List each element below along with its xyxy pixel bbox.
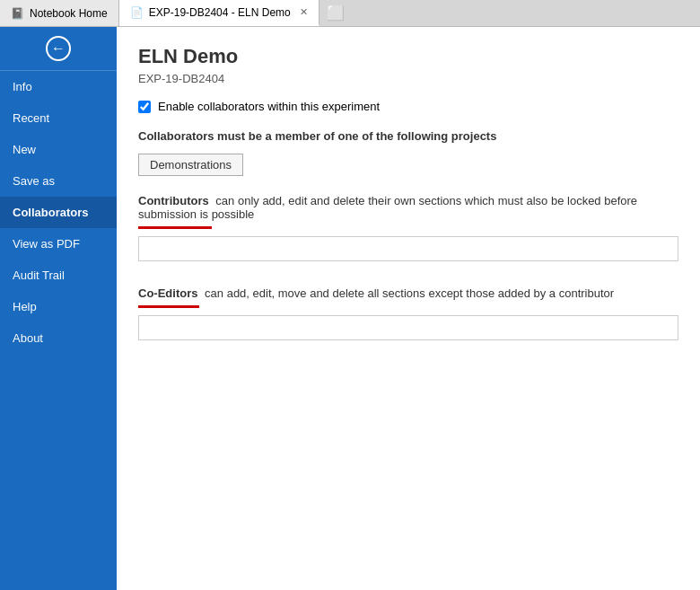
tab-bar: 📓 Notebook Home 📄 EXP-19-DB2404 - ELN De… xyxy=(0,0,700,27)
tab-exp-close[interactable]: ✕ xyxy=(300,6,308,18)
sidebar-item-recent[interactable]: Recent xyxy=(0,102,117,134)
sidebar-item-new[interactable]: New xyxy=(0,134,117,165)
exp-title: ELN Demo xyxy=(138,45,678,68)
sidebar-item-help[interactable]: Help xyxy=(0,291,117,322)
contributors-input[interactable] xyxy=(138,236,678,261)
contributors-label: Contributors xyxy=(138,194,209,207)
tab-notebook-home[interactable]: 📓 Notebook Home xyxy=(0,0,119,26)
co-editors-input[interactable] xyxy=(138,315,678,340)
co-editors-underline xyxy=(138,305,199,308)
contributors-header-row: Contributors can only add, edit and dele… xyxy=(138,194,678,221)
co-editors-section: Co-Editors can add, edit, move and delet… xyxy=(138,286,678,340)
sidebar-item-view-as-pdf[interactable]: View as PDF xyxy=(0,228,117,260)
enable-collaborators-row: Enable collaborators within this experim… xyxy=(138,100,678,113)
sidebar-item-save-as[interactable]: Save as xyxy=(0,165,117,197)
enable-collaborators-checkbox[interactable] xyxy=(138,101,151,113)
new-tab-button[interactable]: ⬜ xyxy=(319,0,352,26)
contributors-description: can only add, edit and delete their own … xyxy=(138,194,637,221)
co-editors-label: Co-Editors xyxy=(138,286,197,300)
tab-exp[interactable]: 📄 EXP-19-DB2404 - ELN Demo ✕ xyxy=(119,0,319,26)
co-editors-header-row: Co-Editors can add, edit, move and delet… xyxy=(138,286,678,300)
sidebar: ← Info Recent New Save as Collaborators … xyxy=(0,27,117,590)
main-layout: ← Info Recent New Save as Collaborators … xyxy=(0,27,700,590)
contributors-section: Contributors can only add, edit and dele… xyxy=(138,194,678,261)
sidebar-item-audit-trail[interactable]: Audit Trail xyxy=(0,260,117,291)
notebook-home-icon: 📓 xyxy=(11,7,24,20)
back-button[interactable]: ← xyxy=(46,36,71,61)
collaborators-heading: Collaborators must be a member of one of… xyxy=(138,129,678,143)
contributors-underline xyxy=(138,226,212,229)
project-tag-demonstrations[interactable]: Demonstrations xyxy=(138,154,243,176)
sidebar-back: ← xyxy=(0,27,117,71)
new-tab-icon: ⬜ xyxy=(327,4,345,22)
co-editors-description: can add, edit, move and delete all secti… xyxy=(205,286,614,300)
exp-id: EXP-19-DB2404 xyxy=(138,72,678,85)
content-area: ELN Demo EXP-19-DB2404 Enable collaborat… xyxy=(117,27,700,590)
tab-exp-label: EXP-19-DB2404 - ELN Demo xyxy=(149,6,291,19)
sidebar-item-info[interactable]: Info xyxy=(0,71,117,102)
enable-collaborators-label: Enable collaborators within this experim… xyxy=(158,100,380,113)
exp-tab-icon: 📄 xyxy=(130,6,144,19)
sidebar-item-about[interactable]: About xyxy=(0,322,117,354)
tab-home-label: Notebook Home xyxy=(30,7,108,20)
sidebar-item-collaborators[interactable]: Collaborators xyxy=(0,197,117,228)
